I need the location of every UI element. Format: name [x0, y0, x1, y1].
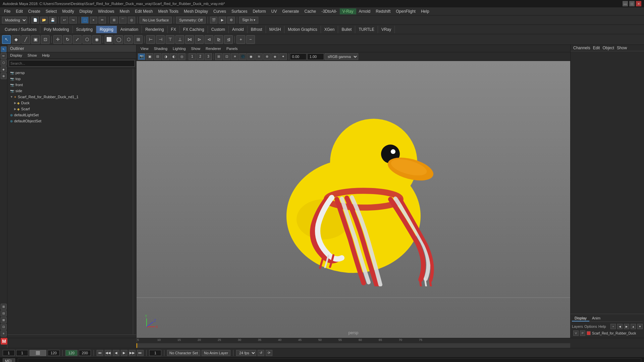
- vp-res-high[interactable]: 3: [205, 53, 212, 60]
- menu-mesh-display[interactable]: Mesh Display: [181, 8, 211, 14]
- tab-poly-modeling[interactable]: Poly Modeling: [40, 26, 72, 33]
- sidebar-tool4[interactable]: ◈: [1, 66, 7, 72]
- open-scene-button[interactable]: 📂: [40, 17, 48, 23]
- ipr-render-button[interactable]: ▶: [219, 17, 226, 23]
- rig-tool-1[interactable]: ⊢: [146, 35, 155, 44]
- play-back-button[interactable]: ◀: [113, 350, 119, 356]
- layer-add-btn[interactable]: +: [610, 324, 616, 329]
- soft-select-button[interactable]: ◉: [92, 35, 101, 44]
- select-tool-button[interactable]: ⬚: [81, 17, 89, 23]
- goto-end-button[interactable]: ⏭: [137, 350, 144, 356]
- universal-manip-button[interactable]: ⬡: [83, 35, 91, 44]
- play-forward-button[interactable]: ▶: [121, 350, 127, 356]
- tree-item-duck[interactable]: ▶ ◆ Duck: [7, 100, 133, 106]
- show-label[interactable]: Show: [617, 46, 627, 50]
- scale-tool-button[interactable]: ⤢: [73, 35, 82, 44]
- select-button[interactable]: ↖: [2, 35, 11, 44]
- tab-bullet[interactable]: Bullet: [338, 26, 355, 33]
- sidebar-bottom1[interactable]: ⊞: [1, 304, 7, 310]
- rig-tool-2[interactable]: ⊣: [156, 35, 165, 44]
- menu-windows[interactable]: Windows: [95, 8, 117, 14]
- tab-display[interactable]: Display: [572, 315, 589, 321]
- symmetry-button[interactable]: Symmetry: Off: [176, 17, 206, 23]
- vp-display-btn[interactable]: ▣: [146, 53, 153, 60]
- object-label[interactable]: Object: [602, 46, 614, 50]
- sidebar-bottom5[interactable]: ≡: [1, 330, 7, 337]
- sidebar-tool5[interactable]: ⊕: [1, 73, 7, 79]
- outliner-menu-display[interactable]: Display: [7, 52, 25, 58]
- render-settings-button[interactable]: ⚙: [227, 17, 235, 23]
- tab-bifrost[interactable]: Bifrost: [248, 26, 266, 33]
- outliner-menu-show[interactable]: Show: [25, 52, 40, 58]
- tab-turtle[interactable]: TURTLE: [355, 26, 378, 33]
- vp-res-med[interactable]: 2: [197, 53, 204, 60]
- fps-select[interactable]: 24 fps 30 fps: [236, 350, 256, 356]
- tab-fx-caching[interactable]: FX Caching: [180, 26, 208, 33]
- menu-modify[interactable]: Modify: [59, 8, 76, 14]
- tab-motion-graphics[interactable]: Motion Graphics: [284, 26, 321, 33]
- display-smooth-button[interactable]: ◯: [114, 35, 123, 44]
- outliner-vscroll[interactable]: [133, 68, 136, 335]
- sidebar-bottom2[interactable]: ⊟: [1, 310, 7, 316]
- minus-btn[interactable]: −: [246, 35, 255, 44]
- vp-shaded-btn[interactable]: ◑: [162, 53, 169, 60]
- options-label[interactable]: Options: [584, 324, 597, 328]
- edge-select-button[interactable]: ╱: [21, 35, 30, 44]
- display-subdivide-button[interactable]: ⊞: [134, 35, 143, 44]
- mel-label[interactable]: MEL: [3, 358, 15, 362]
- tab-xgen[interactable]: XGen: [321, 26, 338, 33]
- rig-tool-9[interactable]: ⊴: [224, 35, 233, 44]
- redo-button[interactable]: ↪: [69, 17, 77, 23]
- menu-3dtoa[interactable]: -3DtoAll-: [319, 8, 340, 14]
- rig-tool-4[interactable]: ⊥: [175, 35, 184, 44]
- new-scene-button[interactable]: 📄: [32, 17, 39, 23]
- total-frames-input[interactable]: [65, 350, 77, 356]
- sidebar-tool3[interactable]: ⬡: [1, 60, 7, 66]
- rig-tool-7[interactable]: ⊲: [205, 35, 213, 44]
- tree-item-top[interactable]: 📷 top: [7, 76, 133, 82]
- vp-res-low[interactable]: 1: [189, 53, 196, 60]
- uvshell-select-button[interactable]: ⊡: [41, 35, 50, 44]
- max-frames-input[interactable]: [79, 350, 91, 356]
- vm-panels[interactable]: Panels: [224, 46, 240, 51]
- menu-create[interactable]: Create: [25, 8, 43, 14]
- playback-frame-input[interactable]: [149, 350, 161, 356]
- tab-animation[interactable]: Animation: [117, 26, 142, 33]
- face-select-button[interactable]: ▣: [31, 35, 40, 44]
- layer-v-toggle[interactable]: V: [573, 330, 579, 336]
- timeline-playback[interactable]: [0, 343, 644, 348]
- vp-ssr-btn[interactable]: ◈: [271, 53, 279, 60]
- start-frame-input[interactable]: [3, 350, 15, 356]
- vm-show[interactable]: Show: [189, 46, 203, 51]
- end-frame-input[interactable]: [48, 350, 60, 356]
- tree-item-front[interactable]: 📷 front: [7, 82, 133, 88]
- plus-btn[interactable]: +: [236, 35, 245, 44]
- menu-surfaces[interactable]: Surfaces: [229, 8, 250, 14]
- loop-button[interactable]: ⟳: [266, 350, 272, 356]
- tab-sculpting[interactable]: Sculpting: [73, 26, 96, 33]
- menu-vray[interactable]: V-Ray: [340, 8, 356, 14]
- tab-anim[interactable]: Anim: [589, 315, 603, 321]
- sidebar-paint[interactable]: ✏: [1, 53, 7, 59]
- vp-ao-btn[interactable]: ◉: [247, 53, 255, 60]
- snap-to-point-button[interactable]: ◎: [128, 17, 135, 23]
- channels-label[interactable]: Channels: [573, 46, 590, 50]
- move-tool-button[interactable]: ✛: [53, 35, 62, 44]
- vp-motion-btn[interactable]: ≋: [255, 53, 263, 60]
- rig-tool-5[interactable]: ⋈: [185, 35, 194, 44]
- vp-wire-btn[interactable]: ⊟: [154, 53, 161, 60]
- maximize-button[interactable]: □: [629, 1, 635, 6]
- minimize-button[interactable]: —: [623, 1, 628, 6]
- menu-edit-mesh[interactable]: Edit Mesh: [132, 8, 155, 14]
- paint-select-button[interactable]: ✏: [99, 17, 106, 23]
- vp-gamma-val-input[interactable]: [307, 53, 324, 60]
- vp-xray-btn[interactable]: ◎: [178, 53, 185, 60]
- mel-input[interactable]: [18, 358, 641, 362]
- menu-mesh[interactable]: Mesh: [117, 8, 132, 14]
- menu-curves[interactable]: Curves: [211, 8, 229, 14]
- vp-light-btn[interactable]: ☀: [231, 53, 238, 60]
- rig-tool-6[interactable]: ⊳: [195, 35, 204, 44]
- viewport-canvas[interactable]: X Y Z persp: [137, 61, 570, 338]
- vp-dof-btn[interactable]: ⊕: [263, 53, 271, 60]
- sidebar-bottom4[interactable]: ⊡: [1, 324, 7, 330]
